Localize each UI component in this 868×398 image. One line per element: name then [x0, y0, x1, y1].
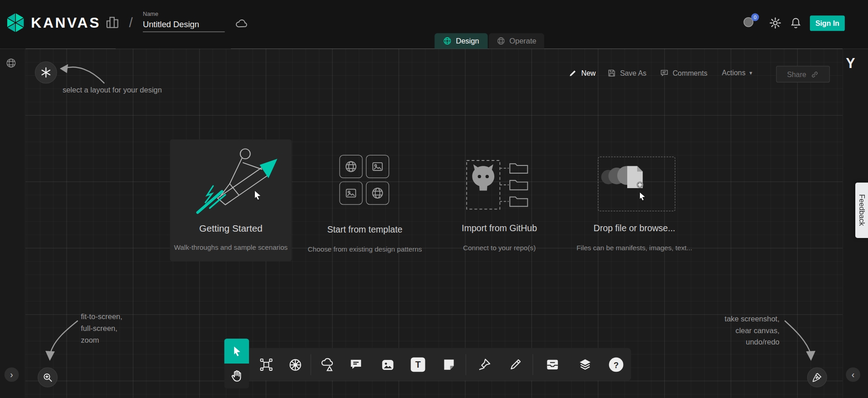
annotate-pen-tool-button[interactable] [476, 356, 493, 374]
circuit-icon [259, 358, 273, 372]
left-rail [0, 49, 25, 398]
sketch-tool-button[interactable] [507, 356, 524, 374]
components-tool-button[interactable] [258, 356, 275, 374]
getting-started-caption: Walk-throughs and sample scenarios [167, 243, 295, 251]
drawer-tool-button[interactable] [544, 356, 561, 374]
bottom-right-hint-arrow [782, 318, 817, 363]
settings-gear-icon[interactable] [769, 17, 782, 29]
notifications-bell-icon[interactable] [790, 17, 802, 29]
template-title: Start from template [304, 225, 426, 235]
cursor-icon [230, 345, 243, 357]
spiral-icon [344, 160, 357, 173]
pan-tool-button[interactable] [224, 364, 249, 388]
brand-name: KANVAS [31, 14, 101, 31]
hint-undo-redo: undo/redo [708, 336, 779, 348]
template-card-spiral [339, 155, 362, 178]
select-tool-button[interactable] [224, 339, 249, 364]
new-label: New [581, 69, 596, 77]
pencil-outline-icon [508, 358, 523, 372]
sticky-note-icon [442, 358, 456, 372]
cloud-sync-icon[interactable] [235, 17, 248, 30]
expand-right-panel-chevron[interactable]: ‹ [846, 368, 860, 382]
breadcrumb-separator: / [129, 15, 132, 30]
actions-dropdown[interactable]: Actions ▾ [722, 68, 752, 77]
tab-design[interactable]: Design [434, 33, 488, 49]
magnifier-icon [42, 372, 53, 383]
link-icon [811, 70, 819, 78]
template-card-image-2 [339, 181, 362, 204]
credits-badge: 0 [751, 13, 759, 21]
hint-full-screen: full-screen, [81, 323, 122, 335]
expand-left-panel-chevron[interactable]: › [5, 368, 19, 382]
feedback-tab[interactable]: Feedback [855, 183, 868, 238]
meshery-rail-icon[interactable] [5, 58, 16, 68]
folder-icons [510, 164, 527, 206]
github-title: Import from GitHub [439, 223, 561, 233]
design-tab-label: Design [456, 37, 479, 45]
organization-icon[interactable] [105, 15, 120, 29]
zoom-button[interactable] [38, 368, 58, 388]
image-tool-button[interactable] [379, 356, 396, 374]
comments-label: Comments [673, 69, 707, 77]
y-logo[interactable]: Y [846, 55, 855, 71]
layout-hint-text: select a layout for your design [63, 84, 162, 96]
pen-icon [477, 358, 492, 372]
getting-started-illustration [181, 144, 281, 221]
import-from-github-card[interactable] [462, 158, 536, 214]
bottom-left-hint: fit-to-screen, full-screen, zoom [81, 311, 122, 346]
toolbar-divider [532, 354, 533, 375]
text-tool-button[interactable]: T [409, 356, 427, 374]
getting-started-card[interactable] [170, 140, 292, 262]
kubernetes-tool-button[interactable] [286, 356, 304, 374]
layers-icon [578, 358, 592, 372]
shapes-icon [319, 357, 334, 372]
template-caption: Choose from existing design patterns [301, 246, 429, 253]
drop-file-illustration [599, 157, 674, 210]
drawer-icon [545, 358, 560, 372]
floppy-icon [607, 68, 616, 78]
sticky-note-tool-button[interactable] [440, 356, 458, 374]
hint-zoom: zoom [81, 334, 122, 346]
sign-in-button[interactable]: Sign In [810, 15, 845, 31]
template-card-spiral-2 [366, 181, 389, 204]
design-canvas[interactable]: select a layout for your design New Save… [0, 49, 868, 398]
help-tool-button[interactable]: ? [607, 356, 625, 374]
new-button[interactable]: New [569, 68, 596, 78]
shapes-tool-button[interactable] [318, 356, 336, 374]
layout-select-button[interactable] [35, 61, 57, 83]
layout-hint-arrow [57, 60, 108, 87]
design-name-field: Name [143, 10, 225, 32]
hand-icon [230, 369, 243, 383]
drop-caption: Files can be manifests, images, text... [571, 244, 698, 252]
save-as-label: Save As [620, 69, 646, 77]
bottom-right-hint: take screenshot, clear canvas, undo/redo [708, 313, 779, 348]
start-from-template-card[interactable] [339, 155, 390, 205]
save-as-button[interactable]: Save As [607, 68, 646, 78]
drop-file-card[interactable] [598, 156, 675, 211]
spiral-icon [371, 186, 384, 199]
tab-operate[interactable]: Operate [489, 33, 544, 49]
actions-label: Actions [722, 68, 746, 77]
kanvas-logo[interactable]: KANVAS [5, 12, 101, 34]
hint-fit-to-screen: fit-to-screen, [81, 311, 122, 323]
getting-started-title: Getting Started [170, 223, 292, 234]
text-tool-icon: T [411, 358, 425, 372]
hint-screenshot: take screenshot, [708, 313, 779, 325]
layers-tool-button[interactable] [576, 356, 594, 374]
kanvas-app: KANVAS / Name 0 Sign In D [0, 0, 868, 398]
design-tab-icon [443, 37, 452, 46]
comment-tool-button[interactable] [347, 356, 365, 374]
template-card-image [366, 155, 389, 178]
credits-indicator[interactable]: 0 [742, 16, 756, 29]
share-label: Share [787, 70, 806, 78]
sparkle-icon [40, 67, 51, 78]
comments-button[interactable]: Comments [660, 68, 707, 78]
share-button[interactable]: Share [776, 66, 829, 83]
hint-clear-canvas: clear canvas, [708, 325, 779, 337]
comment-icon [660, 68, 669, 78]
pen-mode-button[interactable] [807, 368, 827, 388]
primary-tool-column [224, 339, 249, 388]
pencil-icon [569, 68, 578, 78]
github-octocat-icon [472, 165, 494, 191]
design-name-input[interactable] [143, 18, 225, 32]
